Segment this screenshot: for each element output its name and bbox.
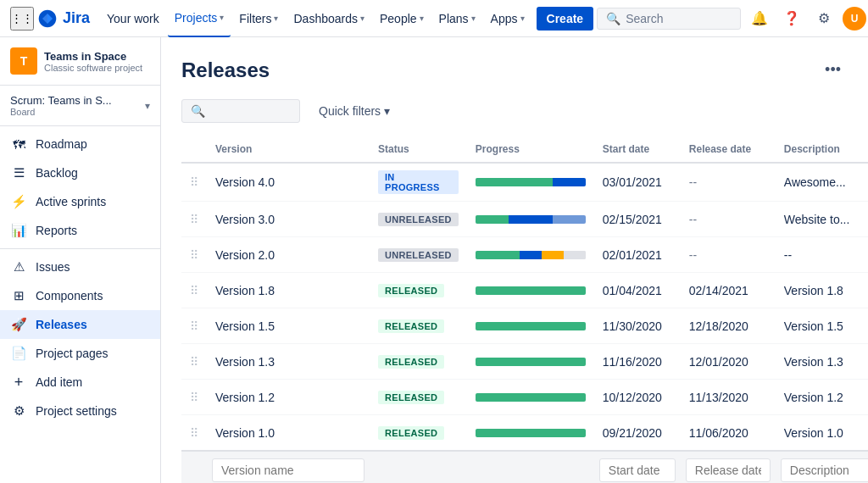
description: Website to... xyxy=(784,213,850,226)
drag-handle[interactable]: ⠿ xyxy=(190,426,198,440)
create-button[interactable]: Create xyxy=(537,7,594,31)
user-avatar[interactable]: U xyxy=(843,7,866,31)
sidebar-item-issues[interactable]: ⚠ Issues xyxy=(0,253,160,281)
description: Version 1.5 xyxy=(784,319,843,333)
project-info: Teams in Space Classic software project xyxy=(44,50,150,73)
nav-projects[interactable]: Projects ▾ xyxy=(168,0,231,37)
releases-table: Version Status Progress Start date Relea… xyxy=(181,136,868,483)
progress-bar xyxy=(476,429,586,437)
sidebar-item-project-settings[interactable]: ⚙ Project settings xyxy=(0,397,160,425)
drag-handle[interactable]: ⠿ xyxy=(190,248,198,262)
nav-apps[interactable]: Apps ▾ xyxy=(484,0,531,37)
page-header: Releases ••• xyxy=(181,58,848,82)
version-name: Version 4.0 xyxy=(215,175,275,189)
sidebar-item-project-pages[interactable]: 📄 Project pages xyxy=(0,339,160,368)
release-date: 12/01/2020 xyxy=(689,355,748,369)
table-row: ⠿Version 1.0RELEASED09/21/202011/06/2020… xyxy=(181,415,868,452)
jira-logo-text: Jira xyxy=(63,9,90,27)
app-layout: T Teams in Space Classic software projec… xyxy=(0,37,868,483)
page-header-actions: ••• xyxy=(818,58,848,82)
version-name: Version 1.2 xyxy=(215,391,275,404)
release-date-input[interactable] xyxy=(686,458,771,482)
sidebar-item-active-sprints[interactable]: ⚡ Active sprints xyxy=(0,187,160,216)
releases-icon: 🚀 xyxy=(10,316,27,333)
description: Version 1.3 xyxy=(784,355,843,369)
start-date: 09/21/2020 xyxy=(603,426,662,440)
drag-handle[interactable]: ⠿ xyxy=(190,319,198,333)
nav-plans[interactable]: Plans ▾ xyxy=(432,0,482,37)
active-sprints-icon: ⚡ xyxy=(10,193,27,210)
more-options-button[interactable]: ••• xyxy=(818,58,848,82)
version-name: Version 3.0 xyxy=(215,213,275,226)
top-navigation: ⋮⋮ Jira Your work Projects ▾ Filters ▾ D… xyxy=(0,0,868,37)
notifications-button[interactable]: 🔔 xyxy=(746,5,773,32)
sidebar-item-backlog[interactable]: ☰ Backlog xyxy=(0,158,160,187)
board-name: Scrum: Teams in S... xyxy=(10,94,112,107)
drag-handle[interactable]: ⠿ xyxy=(190,175,198,189)
progress-bar xyxy=(476,286,586,295)
status-badge: RELEASED xyxy=(378,426,444,440)
apps-chevron: ▾ xyxy=(520,14,525,23)
grid-icon[interactable]: ⋮⋮ xyxy=(10,7,34,31)
sidebar: T Teams in Space Classic software projec… xyxy=(0,37,161,483)
add-item-icon: + xyxy=(10,374,27,391)
table-header: Version Status Progress Start date Relea… xyxy=(181,136,868,163)
drag-handle[interactable]: ⠿ xyxy=(190,213,198,226)
drag-handle[interactable]: ⠿ xyxy=(190,355,198,369)
start-date-input[interactable] xyxy=(599,458,676,482)
people-chevron: ▾ xyxy=(420,14,424,23)
table-row: ⠿Version 1.5RELEASED11/30/202012/18/2020… xyxy=(181,308,868,344)
quick-filters-button[interactable]: Quick filters ▾ xyxy=(310,99,398,123)
release-date: 11/13/2020 xyxy=(689,391,748,404)
release-date: 11/06/2020 xyxy=(689,426,748,440)
jira-logo[interactable]: Jira xyxy=(37,8,90,29)
version-name: Version 2.0 xyxy=(215,248,275,262)
nav-filters[interactable]: Filters ▾ xyxy=(232,0,285,37)
drag-handle[interactable]: ⠿ xyxy=(190,284,198,297)
project-header[interactable]: T Teams in Space Classic software projec… xyxy=(0,37,160,81)
nav-your-work[interactable]: Your work xyxy=(100,0,166,37)
sidebar-item-add-item[interactable]: + Add item xyxy=(0,368,160,397)
table-row: ⠿Version 1.8RELEASED01/04/202102/14/2021… xyxy=(181,273,868,308)
start-date: 11/16/2020 xyxy=(603,355,662,369)
status-badge: RELEASED xyxy=(378,391,444,404)
version-name-input[interactable] xyxy=(212,458,364,482)
roadmap-icon: 🗺 xyxy=(10,136,27,153)
sidebar-item-roadmap[interactable]: 🗺 Roadmap xyxy=(0,130,160,158)
description-input[interactable] xyxy=(781,458,868,482)
col-start-date: Start date xyxy=(594,136,681,163)
nav-people[interactable]: People ▾ xyxy=(373,0,431,37)
col-release-date: Release date xyxy=(681,136,776,163)
sidebar-item-reports[interactable]: 📊 Reports xyxy=(0,216,160,245)
start-date: 03/01/2021 xyxy=(603,175,662,189)
version-name: Version 1.3 xyxy=(215,355,275,369)
start-date: 11/30/2020 xyxy=(603,319,662,333)
col-progress: Progress xyxy=(467,136,594,163)
backlog-icon: ☰ xyxy=(10,164,27,181)
sidebar-item-components[interactable]: ⊞ Components xyxy=(0,281,160,310)
release-date: -- xyxy=(689,213,697,226)
board-chevron[interactable]: ▾ xyxy=(145,100,150,112)
board-type: Board xyxy=(10,107,112,117)
settings-button[interactable]: ⚙ xyxy=(810,5,837,32)
page-title: Releases xyxy=(181,58,270,82)
col-drag xyxy=(181,136,207,163)
status-badge: RELEASED xyxy=(378,284,444,297)
help-button[interactable]: ❓ xyxy=(778,5,805,32)
board-row[interactable]: Scrum: Teams in S... Board ▾ xyxy=(0,89,160,122)
sidebar-divider-2 xyxy=(0,125,160,126)
nav-dashboards[interactable]: Dashboards ▾ xyxy=(287,0,371,37)
sidebar-item-releases[interactable]: 🚀 Releases xyxy=(0,310,160,339)
search-box[interactable]: 🔍 Search xyxy=(597,8,741,30)
release-date: 12/18/2020 xyxy=(689,319,748,333)
start-date: 02/01/2021 xyxy=(603,248,662,262)
start-date: 01/04/2021 xyxy=(603,284,662,297)
table-row: ⠿Version 2.0UNRELEASED02/01/2021----••• xyxy=(181,237,868,273)
issues-icon: ⚠ xyxy=(10,258,27,275)
status-badge: RELEASED xyxy=(378,319,444,333)
progress-bar xyxy=(476,322,586,330)
releases-search-box[interactable]: 🔍 xyxy=(181,99,300,123)
search-icon: 🔍 xyxy=(606,12,620,25)
status-badge: IN PROGRESS xyxy=(378,170,459,194)
drag-handle[interactable]: ⠿ xyxy=(190,391,198,404)
